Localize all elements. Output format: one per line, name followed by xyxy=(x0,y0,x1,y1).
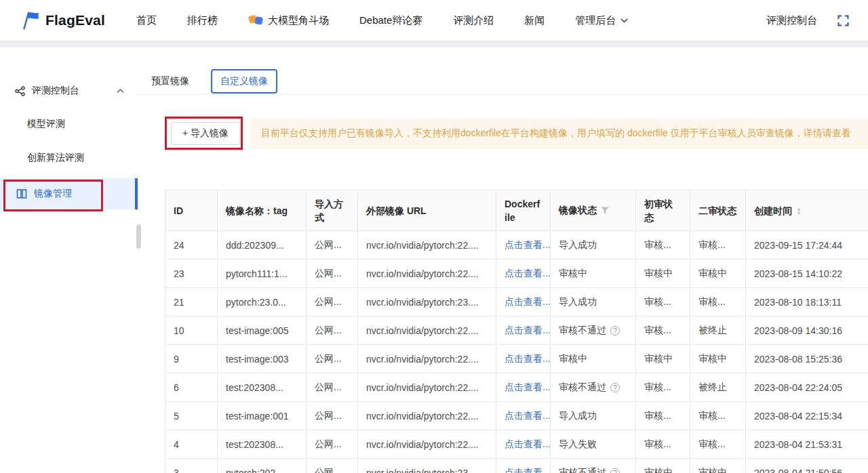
status-text: 审核不通过 xyxy=(559,382,606,392)
flageval-logo-text: FlagEval xyxy=(45,12,105,28)
table-row: 10test-image:005公网...nvcr.io/nvidia/pyto… xyxy=(165,316,868,345)
sidebar-item-model-eval[interactable]: 模型评测 xyxy=(0,107,138,141)
cell-status: 审核中 xyxy=(551,260,636,288)
cell-first-review: 审核中 xyxy=(636,459,690,473)
cell-first-review: 审核... xyxy=(636,288,690,316)
cell-name: test-image:003 xyxy=(218,345,307,373)
cell-dockerfile: 点击查看... xyxy=(496,459,551,473)
question-circle-icon[interactable]: ? xyxy=(610,468,620,473)
nav-home[interactable]: 首页 xyxy=(136,14,157,27)
cell-created: 2023-08-10 18:13:11 xyxy=(746,288,868,316)
sidebar-item-image-management[interactable]: 镜像管理 xyxy=(0,178,138,209)
col-import-method: 导入方式 xyxy=(307,190,358,231)
tab-preset-images[interactable]: 预置镜像 xyxy=(151,70,189,93)
dockerfile-policy-alert: 目前平台仅支持用户已有镜像导入，不支持利用dockerfile在平台构建镜像，用… xyxy=(250,118,868,149)
cell-dockerfile: 点击查看... xyxy=(496,373,551,402)
cell-url: nvcr.io/nvidia/pytorch:22.... xyxy=(358,316,496,345)
console-icon xyxy=(15,86,25,96)
sidebar-item-eval-console[interactable]: 评测控制台 xyxy=(0,75,138,107)
main-content: 预置镜像 自定义镜像 + 导入镜像 目前平台仅支持用户已有镜像导入，不支持利用d… xyxy=(138,47,868,473)
col-first-review: 初审状态 xyxy=(636,190,690,231)
dockerfile-link[interactable]: 点击查看... xyxy=(505,239,551,250)
sort-desc-icon[interactable]: ▼ xyxy=(796,211,802,215)
fullscreen-icon[interactable] xyxy=(837,15,849,26)
nav-eval-intro[interactable]: 评测介绍 xyxy=(453,14,494,27)
status-text: 审核不通过 xyxy=(559,325,606,335)
nav-eval-console-link[interactable]: 评测控制台 xyxy=(766,14,817,27)
cell-dockerfile: 点击查看... xyxy=(496,430,551,459)
cell-dockerfile: 点击查看... xyxy=(496,316,551,345)
cell-id: 9 xyxy=(165,345,218,373)
cell-url: nvcr.io/nvidia/pytorch:22.... xyxy=(358,231,496,260)
arena-icon xyxy=(248,14,263,27)
cell-method: 公网... xyxy=(307,260,358,288)
nav-leaderboard[interactable]: 排行榜 xyxy=(187,14,218,27)
table-row: 3pytorch:202...公网...nvcr.io/nvidia/pytor… xyxy=(165,459,868,473)
cell-id: 3 xyxy=(165,459,218,473)
nav-debate[interactable]: Debate辩论赛 xyxy=(359,14,422,27)
cell-created: 2023-09-15 17:24:44 xyxy=(746,231,868,260)
nav-news[interactable]: 新闻 xyxy=(524,14,545,27)
cell-second-review: 审核中 xyxy=(690,345,746,373)
sort-icons[interactable]: ▲▼ xyxy=(796,207,802,215)
question-circle-icon[interactable]: ? xyxy=(610,326,620,335)
cell-created: 2023-08-04 22:24:05 xyxy=(746,373,868,402)
cell-name: test-image:005 xyxy=(218,316,307,345)
nav-admin[interactable]: 管理后台 xyxy=(575,14,628,27)
dockerfile-link[interactable]: 点击查看... xyxy=(505,268,551,279)
cell-status: 审核中 xyxy=(551,345,636,373)
chevron-up-icon xyxy=(117,89,124,94)
cell-second-review: 审核... xyxy=(690,288,746,316)
cell-method: 公网... xyxy=(307,373,358,402)
cell-second-review: 审核中 xyxy=(690,260,746,288)
sidebar-group-label: 评测控制台 xyxy=(32,85,79,97)
cell-created: 2023-08-08 15:25:36 xyxy=(746,345,868,373)
flageval-logo[interactable]: FlagEval xyxy=(19,10,105,30)
toolbar-row: + 导入镜像 目前平台仅支持用户已有镜像导入，不支持利用dockerfile在平… xyxy=(165,118,868,149)
import-image-button[interactable]: + 导入镜像 xyxy=(171,122,240,145)
cell-name: test:202308... xyxy=(218,430,307,459)
sidebar-scrollbar-thumb[interactable] xyxy=(136,224,141,249)
dockerfile-link[interactable]: 点击查看... xyxy=(505,467,551,473)
cell-url: nvcr.io/nvidia/pytorch:23.... xyxy=(358,288,496,316)
cell-url: nvcr.io/nvidia/pytorch:22.... xyxy=(358,430,496,459)
cell-name: test:202308... xyxy=(218,373,307,402)
cell-second-review: 审核中 xyxy=(690,459,746,473)
cell-url: nvcr.io/nvidia/pytorch:22.... xyxy=(358,402,496,430)
cell-second-review: 审核... xyxy=(690,430,746,459)
filter-icon[interactable] xyxy=(601,205,609,216)
top-navbar: FlagEval 首页 排行榜 大模型角斗场 Debate辩论赛 评测介绍 新闻… xyxy=(0,0,868,41)
cell-first-review: 审核... xyxy=(636,231,690,260)
dockerfile-link[interactable]: 点击查看... xyxy=(505,410,551,421)
dockerfile-link[interactable]: 点击查看... xyxy=(505,296,551,307)
cell-first-review: 审核... xyxy=(636,316,690,345)
nav-arena[interactable]: 大模型角斗场 xyxy=(248,14,329,27)
cell-name: ddd:202309... xyxy=(218,231,307,260)
cell-first-review: 审核中 xyxy=(636,260,690,288)
cell-id: 6 xyxy=(165,373,218,402)
cell-second-review: 审核... xyxy=(690,231,746,260)
cell-created: 2023-08-09 14:30:16 xyxy=(746,316,868,345)
dockerfile-link[interactable]: 点击查看... xyxy=(505,353,551,364)
cell-second-review: 被终止 xyxy=(690,373,746,402)
dockerfile-link[interactable]: 点击查看... xyxy=(505,382,551,392)
tab-custom-images[interactable]: 自定义镜像 xyxy=(211,69,277,94)
cell-second-review: 审核... xyxy=(690,402,746,430)
cell-name: pytorch:23.0... xyxy=(218,288,307,316)
table-header-row: ID 镜像名称：tag 导入方式 外部镜像 URL Dockerfile 镜像状… xyxy=(165,190,868,231)
table-row: 4test:202308...公网...nvcr.io/nvidia/pytor… xyxy=(165,430,868,459)
question-circle-icon[interactable]: ? xyxy=(610,383,620,392)
nav-arena-label: 大模型角斗场 xyxy=(268,14,329,27)
cell-first-review: 审核... xyxy=(636,373,690,402)
col-created-time-label: 创建时间 xyxy=(754,205,792,216)
dockerfile-link[interactable]: 点击查看... xyxy=(505,325,551,335)
dockerfile-link[interactable]: 点击查看... xyxy=(505,438,551,449)
cell-method: 公网... xyxy=(307,402,358,430)
cell-method: 公网... xyxy=(307,316,358,345)
col-dockerfile: Dockerfile xyxy=(496,190,551,231)
cell-dockerfile: 点击查看... xyxy=(496,345,551,373)
col-image-status-label: 镜像状态 xyxy=(559,205,597,215)
sidebar-item-algorithm-eval[interactable]: 创新算法评测 xyxy=(0,141,138,175)
col-created-time[interactable]: 创建时间▲▼ xyxy=(746,190,868,231)
col-second-review: 二审状态 xyxy=(690,190,746,231)
